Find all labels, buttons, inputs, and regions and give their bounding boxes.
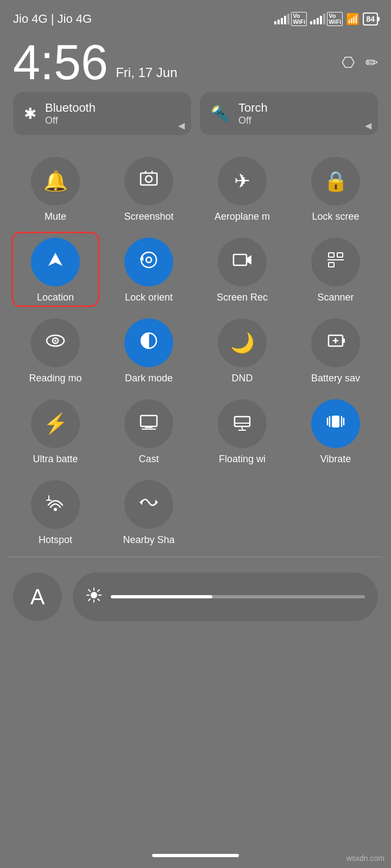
vibrate-icon [324, 410, 347, 438]
brightness-control[interactable] [73, 572, 378, 621]
lockorient-icon [137, 248, 161, 277]
svg-rect-26 [235, 417, 250, 426]
location-tile[interactable]: Location [9, 229, 102, 310]
torch-arrow: ◀ [365, 120, 371, 131]
dnd-label: DND [200, 373, 285, 384]
readingmode-icon [44, 329, 67, 357]
screenshot-tile[interactable]: Screenshot [102, 148, 195, 229]
svg-marker-38 [155, 500, 158, 505]
bottom-section: A [0, 561, 391, 630]
scanner-icon [324, 248, 347, 276]
font-size-button[interactable]: A [13, 572, 62, 621]
svg-line-46 [98, 599, 99, 601]
lockorient-circle [124, 238, 173, 286]
signal-bars-2 [310, 14, 325, 24]
mute-circle: 🔔 [31, 157, 80, 206]
svg-line-47 [98, 590, 99, 591]
lockscreen-circle: 🔒 [311, 157, 360, 206]
batterysav-circle [311, 318, 360, 367]
vibrate-tile[interactable]: Vibrate [289, 391, 382, 471]
vibrate-circle [311, 399, 360, 448]
top-tiles-row: ✱ Bluetooth Off ◀ 🔦 Torch Off ◀ [0, 92, 391, 135]
mute-tile[interactable]: 🔔 Mute [9, 148, 102, 229]
aeroplane-icon: ✈ [234, 170, 250, 193]
lockscreen-tile[interactable]: 🔒 Lock scree [289, 148, 382, 229]
svg-marker-4 [48, 253, 62, 266]
time-action-icons: ⎔ ✏ [342, 54, 378, 72]
torch-title: Torch [238, 101, 268, 115]
svg-point-40 [91, 592, 97, 598]
aeroplane-label: Aeroplane m [200, 211, 285, 222]
nearbysha-circle [124, 480, 173, 529]
mute-label: Mute [13, 211, 98, 222]
bluetooth-tile[interactable]: ✱ Bluetooth Off ◀ [13, 92, 191, 135]
edit-icon[interactable]: ✏ [365, 54, 378, 72]
torch-tile[interactable]: 🔦 Torch Off ◀ [200, 92, 378, 135]
time-section: 4:56 Fri, 17 Jun ⎔ ✏ [0, 33, 391, 92]
settings-icon[interactable]: ⎔ [342, 54, 355, 72]
darkmode-tile[interactable]: Dark mode [102, 310, 195, 391]
lockscreen-icon: 🔒 [324, 170, 348, 193]
screenshot-circle [124, 157, 173, 206]
scanner-label: Scanner [293, 292, 378, 303]
cast-circle [124, 399, 173, 448]
svg-rect-23 [141, 416, 157, 426]
scanner-tile[interactable]: Scanner [289, 229, 382, 310]
location-circle [31, 238, 80, 286]
ultrabatte-circle: ⚡ [31, 399, 80, 448]
screenrec-tile[interactable]: Screen Rec [195, 229, 289, 310]
watermark: wsxdn.com [346, 854, 384, 863]
hotspot-tile[interactable]: Hotspot [9, 471, 102, 552]
svg-rect-24 [145, 426, 153, 428]
status-bar: Jio 4G | Jio 4G VoWiFi VoWiFi [0, 0, 391, 33]
aeroplane-tile[interactable]: ✈ Aeroplane m [195, 148, 289, 229]
svg-point-1 [146, 176, 152, 182]
screenshot-label: Screenshot [106, 211, 191, 222]
readingmode-circle [31, 318, 80, 367]
mute-icon: 🔔 [43, 170, 68, 193]
clock-date: Fri, 17 Jun [116, 65, 177, 80]
vo-wifi-label-2: VoWiFi [327, 12, 343, 26]
battery-level: 84 [366, 15, 375, 23]
batterysav-tile[interactable]: Battery sav [289, 310, 382, 391]
floatingwi-tile[interactable]: Floating wi [195, 391, 289, 471]
status-icons: VoWiFi VoWiFi 📶 84 [274, 12, 378, 26]
font-label: A [30, 585, 45, 609]
lockorient-tile[interactable]: Lock orient [102, 229, 195, 310]
svg-rect-0 [141, 173, 157, 185]
carrier-text: Jio 4G | Jio 4G [13, 12, 92, 26]
readingmode-tile[interactable]: Reading mo [9, 310, 102, 391]
darkmode-circle [124, 318, 173, 367]
floatingwi-circle [218, 399, 267, 448]
signal-group-2: VoWiFi [310, 12, 343, 26]
dnd-tile[interactable]: 🌙 DND [195, 310, 289, 391]
brightness-track[interactable] [111, 595, 365, 598]
screenshot-icon [137, 168, 160, 195]
hotspot-icon [44, 491, 67, 519]
cast-label: Cast [106, 454, 191, 465]
svg-rect-11 [337, 253, 343, 257]
bluetooth-arrow: ◀ [178, 120, 185, 131]
ultrabatte-tile[interactable]: ⚡ Ultra batte [9, 391, 102, 471]
svg-rect-10 [329, 253, 334, 257]
svg-rect-8 [234, 254, 247, 265]
svg-rect-12 [329, 263, 334, 267]
signal-group-1: VoWiFi [274, 12, 307, 26]
nearbysha-tile[interactable]: Nearby Sha [102, 471, 195, 552]
lockscreen-label: Lock scree [293, 211, 378, 222]
location-label: Location [13, 292, 98, 303]
screenrec-circle [218, 238, 267, 286]
cast-icon [137, 410, 160, 438]
battery-indicator: 84 [363, 12, 378, 25]
bluetooth-title: Bluetooth [45, 101, 96, 115]
readingmode-label: Reading mo [13, 373, 98, 384]
ultrabatte-icon: ⚡ [43, 412, 68, 435]
hotspot-label: Hotspot [13, 534, 98, 546]
svg-point-16 [54, 340, 56, 342]
screenrec-label: Screen Rec [200, 292, 285, 303]
darkmode-icon [137, 329, 160, 357]
nearbysha-label: Nearby Sha [106, 534, 191, 546]
signal-bars-1 [274, 14, 289, 24]
cast-tile[interactable]: Cast [102, 391, 195, 471]
quick-tiles-grid: 🔔 Mute Screenshot ✈ Aeroplane m 🔒 Lock [0, 148, 391, 552]
